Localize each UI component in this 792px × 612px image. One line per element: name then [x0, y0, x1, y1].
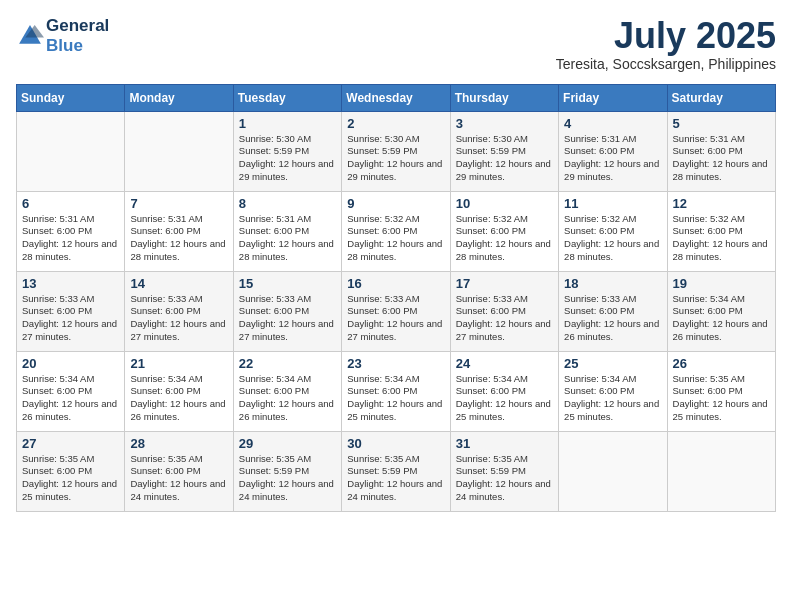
- weekday-header-monday: Monday: [125, 84, 233, 111]
- calendar-cell: 1Sunrise: 5:30 AMSunset: 5:59 PMDaylight…: [233, 111, 341, 191]
- calendar-cell: 16Sunrise: 5:33 AMSunset: 6:00 PMDayligh…: [342, 271, 450, 351]
- title-block: July 2025 Teresita, Soccsksargen, Philip…: [556, 16, 776, 72]
- day-info: Sunrise: 5:34 AMSunset: 6:00 PMDaylight:…: [239, 373, 336, 424]
- day-number: 7: [130, 196, 227, 211]
- weekday-header-thursday: Thursday: [450, 84, 558, 111]
- calendar-cell: 3Sunrise: 5:30 AMSunset: 5:59 PMDaylight…: [450, 111, 558, 191]
- day-number: 6: [22, 196, 119, 211]
- weekday-header-friday: Friday: [559, 84, 667, 111]
- day-info: Sunrise: 5:32 AMSunset: 6:00 PMDaylight:…: [564, 213, 661, 264]
- day-number: 1: [239, 116, 336, 131]
- calendar-cell: 14Sunrise: 5:33 AMSunset: 6:00 PMDayligh…: [125, 271, 233, 351]
- calendar-cell: 24Sunrise: 5:34 AMSunset: 6:00 PMDayligh…: [450, 351, 558, 431]
- day-info: Sunrise: 5:35 AMSunset: 5:59 PMDaylight:…: [239, 453, 336, 504]
- day-info: Sunrise: 5:35 AMSunset: 6:00 PMDaylight:…: [22, 453, 119, 504]
- calendar-cell: [125, 111, 233, 191]
- day-info: Sunrise: 5:31 AMSunset: 6:00 PMDaylight:…: [564, 133, 661, 184]
- day-info: Sunrise: 5:34 AMSunset: 6:00 PMDaylight:…: [673, 293, 770, 344]
- calendar-cell: 17Sunrise: 5:33 AMSunset: 6:00 PMDayligh…: [450, 271, 558, 351]
- calendar-cell: 10Sunrise: 5:32 AMSunset: 6:00 PMDayligh…: [450, 191, 558, 271]
- calendar-cell: 8Sunrise: 5:31 AMSunset: 6:00 PMDaylight…: [233, 191, 341, 271]
- day-number: 5: [673, 116, 770, 131]
- day-info: Sunrise: 5:31 AMSunset: 6:00 PMDaylight:…: [239, 213, 336, 264]
- calendar-cell: 6Sunrise: 5:31 AMSunset: 6:00 PMDaylight…: [17, 191, 125, 271]
- day-info: Sunrise: 5:31 AMSunset: 6:00 PMDaylight:…: [130, 213, 227, 264]
- calendar-cell: 2Sunrise: 5:30 AMSunset: 5:59 PMDaylight…: [342, 111, 450, 191]
- calendar-cell: 22Sunrise: 5:34 AMSunset: 6:00 PMDayligh…: [233, 351, 341, 431]
- calendar-cell: 26Sunrise: 5:35 AMSunset: 6:00 PMDayligh…: [667, 351, 775, 431]
- day-number: 18: [564, 276, 661, 291]
- weekday-header-saturday: Saturday: [667, 84, 775, 111]
- calendar-cell: 19Sunrise: 5:34 AMSunset: 6:00 PMDayligh…: [667, 271, 775, 351]
- day-info: Sunrise: 5:34 AMSunset: 6:00 PMDaylight:…: [456, 373, 553, 424]
- logo: General Blue: [16, 16, 109, 56]
- day-number: 3: [456, 116, 553, 131]
- day-number: 25: [564, 356, 661, 371]
- day-number: 14: [130, 276, 227, 291]
- calendar-cell: 13Sunrise: 5:33 AMSunset: 6:00 PMDayligh…: [17, 271, 125, 351]
- day-info: Sunrise: 5:34 AMSunset: 6:00 PMDaylight:…: [347, 373, 444, 424]
- calendar-cell: [559, 431, 667, 511]
- day-number: 16: [347, 276, 444, 291]
- day-info: Sunrise: 5:35 AMSunset: 5:59 PMDaylight:…: [456, 453, 553, 504]
- calendar-cell: 29Sunrise: 5:35 AMSunset: 5:59 PMDayligh…: [233, 431, 341, 511]
- day-info: Sunrise: 5:31 AMSunset: 6:00 PMDaylight:…: [673, 133, 770, 184]
- day-number: 10: [456, 196, 553, 211]
- day-info: Sunrise: 5:33 AMSunset: 6:00 PMDaylight:…: [564, 293, 661, 344]
- page-header: General Blue July 2025 Teresita, Soccsks…: [16, 16, 776, 72]
- day-number: 15: [239, 276, 336, 291]
- calendar-cell: [17, 111, 125, 191]
- day-number: 19: [673, 276, 770, 291]
- calendar-cell: 23Sunrise: 5:34 AMSunset: 6:00 PMDayligh…: [342, 351, 450, 431]
- day-number: 17: [456, 276, 553, 291]
- day-info: Sunrise: 5:30 AMSunset: 5:59 PMDaylight:…: [347, 133, 444, 184]
- day-number: 12: [673, 196, 770, 211]
- day-info: Sunrise: 5:30 AMSunset: 5:59 PMDaylight:…: [456, 133, 553, 184]
- calendar-cell: 31Sunrise: 5:35 AMSunset: 5:59 PMDayligh…: [450, 431, 558, 511]
- calendar-cell: 25Sunrise: 5:34 AMSunset: 6:00 PMDayligh…: [559, 351, 667, 431]
- day-number: 28: [130, 436, 227, 451]
- calendar-cell: 11Sunrise: 5:32 AMSunset: 6:00 PMDayligh…: [559, 191, 667, 271]
- day-info: Sunrise: 5:32 AMSunset: 6:00 PMDaylight:…: [456, 213, 553, 264]
- calendar-table: SundayMondayTuesdayWednesdayThursdayFrid…: [16, 84, 776, 512]
- calendar-cell: 9Sunrise: 5:32 AMSunset: 6:00 PMDaylight…: [342, 191, 450, 271]
- day-info: Sunrise: 5:33 AMSunset: 6:00 PMDaylight:…: [347, 293, 444, 344]
- calendar-cell: 4Sunrise: 5:31 AMSunset: 6:00 PMDaylight…: [559, 111, 667, 191]
- calendar-cell: 18Sunrise: 5:33 AMSunset: 6:00 PMDayligh…: [559, 271, 667, 351]
- day-number: 9: [347, 196, 444, 211]
- day-number: 13: [22, 276, 119, 291]
- calendar-cell: 15Sunrise: 5:33 AMSunset: 6:00 PMDayligh…: [233, 271, 341, 351]
- day-number: 20: [22, 356, 119, 371]
- calendar-week-row: 13Sunrise: 5:33 AMSunset: 6:00 PMDayligh…: [17, 271, 776, 351]
- weekday-header-tuesday: Tuesday: [233, 84, 341, 111]
- day-number: 21: [130, 356, 227, 371]
- calendar-cell: 5Sunrise: 5:31 AMSunset: 6:00 PMDaylight…: [667, 111, 775, 191]
- weekday-header-wednesday: Wednesday: [342, 84, 450, 111]
- day-number: 24: [456, 356, 553, 371]
- calendar-cell: [667, 431, 775, 511]
- day-info: Sunrise: 5:33 AMSunset: 6:00 PMDaylight:…: [22, 293, 119, 344]
- calendar-cell: 20Sunrise: 5:34 AMSunset: 6:00 PMDayligh…: [17, 351, 125, 431]
- calendar-week-row: 20Sunrise: 5:34 AMSunset: 6:00 PMDayligh…: [17, 351, 776, 431]
- weekday-header-sunday: Sunday: [17, 84, 125, 111]
- logo-text-line1: General: [46, 16, 109, 36]
- weekday-header-row: SundayMondayTuesdayWednesdayThursdayFrid…: [17, 84, 776, 111]
- logo-text-line2: Blue: [46, 36, 109, 56]
- day-number: 29: [239, 436, 336, 451]
- calendar-subtitle: Teresita, Soccsksargen, Philippines: [556, 56, 776, 72]
- day-number: 30: [347, 436, 444, 451]
- calendar-cell: 28Sunrise: 5:35 AMSunset: 6:00 PMDayligh…: [125, 431, 233, 511]
- day-number: 23: [347, 356, 444, 371]
- day-number: 4: [564, 116, 661, 131]
- day-number: 8: [239, 196, 336, 211]
- day-info: Sunrise: 5:33 AMSunset: 6:00 PMDaylight:…: [456, 293, 553, 344]
- day-info: Sunrise: 5:33 AMSunset: 6:00 PMDaylight:…: [239, 293, 336, 344]
- day-info: Sunrise: 5:30 AMSunset: 5:59 PMDaylight:…: [239, 133, 336, 184]
- calendar-title: July 2025: [556, 16, 776, 56]
- day-number: 2: [347, 116, 444, 131]
- day-info: Sunrise: 5:34 AMSunset: 6:00 PMDaylight:…: [564, 373, 661, 424]
- day-info: Sunrise: 5:32 AMSunset: 6:00 PMDaylight:…: [673, 213, 770, 264]
- calendar-week-row: 27Sunrise: 5:35 AMSunset: 6:00 PMDayligh…: [17, 431, 776, 511]
- day-info: Sunrise: 5:31 AMSunset: 6:00 PMDaylight:…: [22, 213, 119, 264]
- calendar-cell: 30Sunrise: 5:35 AMSunset: 5:59 PMDayligh…: [342, 431, 450, 511]
